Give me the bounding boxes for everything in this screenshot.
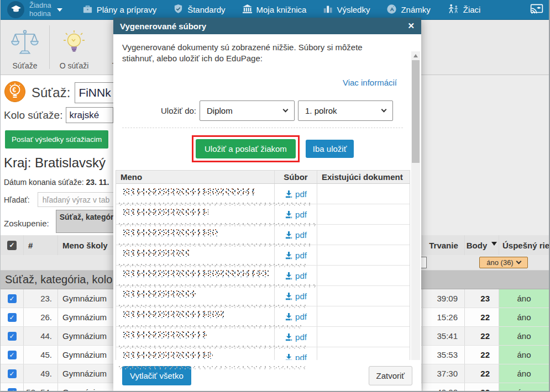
nav-label: Žiaci bbox=[463, 5, 481, 14]
uspesny-filter-value: áno (36) bbox=[486, 258, 513, 267]
modal-scrollbar bbox=[411, 51, 420, 376]
nav-item-kniznica[interactable]: Moja knižnica bbox=[242, 4, 307, 16]
nav-item-vysledky[interactable]: Výsledky bbox=[323, 4, 370, 15]
file-row: pdf bbox=[116, 245, 410, 266]
existing-doc-cell bbox=[317, 204, 410, 224]
download-icon bbox=[285, 190, 293, 198]
select-all-checkbox[interactable]: ✓ bbox=[7, 241, 17, 250]
existing-doc-cell bbox=[317, 225, 410, 245]
existing-doc-cell bbox=[317, 245, 410, 265]
success-cell: áno bbox=[499, 327, 549, 345]
row-checkbox[interactable]: ✓ bbox=[8, 351, 17, 359]
grouping-selector[interactable]: Súťaž, kategória bbox=[56, 210, 121, 233]
files-table-header: Meno Súbor Existujúci dokument bbox=[116, 171, 410, 184]
navbar-right bbox=[530, 3, 543, 17]
scrollbar-up-arrow[interactable] bbox=[411, 51, 420, 60]
file-row: pdf bbox=[116, 225, 410, 245]
competition-label: Súťaž: bbox=[32, 85, 70, 100]
pdf-download-link[interactable]: pdf bbox=[285, 189, 307, 199]
pdf-download-link[interactable]: pdf bbox=[285, 251, 307, 260]
search-input[interactable] bbox=[38, 192, 115, 207]
files-header-subor: Súbor bbox=[275, 171, 317, 183]
app-window: Žiadna hodina Plány a prípravy Štandardy bbox=[0, 0, 550, 392]
more-info-link[interactable]: Viac informácií bbox=[343, 78, 397, 87]
nav-label: Známky bbox=[401, 5, 430, 14]
cast-icon[interactable] bbox=[530, 3, 543, 17]
pdf-download-link[interactable]: pdf bbox=[285, 312, 307, 321]
nav-item-plany[interactable]: Plány a prípravy bbox=[82, 4, 156, 16]
nav-item-standardy[interactable]: Štandardy bbox=[173, 4, 225, 16]
success-cell: áno bbox=[499, 364, 549, 383]
pdf-label: pdf bbox=[295, 332, 307, 342]
toolbar-item-sutaze[interactable]: Súťaže bbox=[1, 20, 49, 75]
toolbar-item-osutazi[interactable]: O súťaži bbox=[50, 20, 98, 75]
toolbar-label: O súťaži bbox=[60, 61, 89, 70]
existing-doc-cell bbox=[317, 306, 410, 326]
file-row: pdf bbox=[116, 286, 410, 306]
pdf-download-link[interactable]: pdf bbox=[285, 292, 307, 301]
current-lesson-selector[interactable]: Žiadna hodina bbox=[29, 2, 51, 17]
nav-items: Plány a prípravy Štandardy Moja knižnica… bbox=[82, 4, 481, 16]
briefcase-icon bbox=[82, 4, 93, 16]
grouping-label: Zoskupenie: bbox=[4, 219, 49, 228]
close-icon[interactable]: ✕ bbox=[407, 21, 415, 31]
pdf-download-link[interactable]: pdf bbox=[285, 210, 307, 219]
pdf-label: pdf bbox=[295, 189, 307, 199]
points-cell: 22 bbox=[465, 383, 499, 392]
save-term-select[interactable]: 1. polrok bbox=[298, 100, 393, 121]
success-cell: áno bbox=[499, 346, 549, 364]
redacted-name bbox=[123, 311, 226, 318]
close-button[interactable]: Zatvoriť bbox=[369, 366, 412, 385]
pdf-label: pdf bbox=[295, 271, 307, 280]
edupage-logo[interactable] bbox=[7, 1, 24, 18]
nav-item-ziaci[interactable]: Žiaci bbox=[447, 4, 481, 16]
competition-row: € Súťaž: bbox=[4, 81, 125, 105]
lesson-line2: hodina bbox=[29, 10, 51, 18]
pdf-label: pdf bbox=[295, 292, 307, 301]
save-type-select[interactable]: Diplom bbox=[200, 100, 295, 121]
modal-footer: Vytlačiť všetko Zatvoriť bbox=[113, 360, 421, 391]
save-and-send-button[interactable]: Uložiť a poslať žiakom bbox=[196, 139, 296, 158]
scrollbar-thumb[interactable] bbox=[412, 60, 420, 163]
lesson-line1: Žiadna bbox=[29, 2, 51, 9]
sort-desc-icon bbox=[491, 242, 497, 246]
rank-cell: 26. bbox=[24, 308, 58, 326]
success-cell: áno bbox=[499, 308, 549, 326]
download-icon bbox=[285, 251, 293, 259]
file-row: pdf bbox=[116, 204, 410, 225]
row-checkbox[interactable]: ✓ bbox=[8, 388, 17, 392]
generated-files-modal: Vygenerované súbory ✕ Vygenerované dokum… bbox=[113, 18, 421, 391]
uspesny-filter-select[interactable]: áno (36) bbox=[479, 257, 528, 268]
download-icon bbox=[285, 210, 293, 219]
save-term-value: 1. polrok bbox=[305, 106, 337, 115]
modal-header: Vygenerované súbory ✕ bbox=[113, 18, 421, 34]
duration-cell: 39:09 bbox=[423, 289, 465, 308]
top-navbar: Žiadna hodina Plány a prípravy Štandardy bbox=[1, 0, 549, 20]
lesson-caret-icon[interactable] bbox=[57, 8, 62, 12]
library-icon bbox=[242, 4, 253, 16]
row-checkbox[interactable]: ✓ bbox=[8, 294, 17, 303]
row-checkbox[interactable]: ✓ bbox=[8, 369, 17, 378]
success-cell: áno bbox=[499, 289, 549, 308]
grades-icon: A' bbox=[386, 4, 397, 16]
pdf-download-link[interactable]: pdf bbox=[285, 230, 307, 240]
header-trvanie: Trvanie bbox=[423, 235, 465, 255]
pdf-download-link[interactable]: pdf bbox=[285, 271, 307, 280]
redacted-subtext bbox=[118, 345, 309, 349]
row-checkbox[interactable]: ✓ bbox=[8, 313, 17, 322]
send-results-button[interactable]: Poslať výsledky súťažiacim bbox=[5, 130, 108, 149]
pdf-download-link[interactable]: pdf bbox=[285, 332, 307, 342]
pdf-label: pdf bbox=[295, 251, 307, 260]
save-only-button[interactable]: Iba uložiť bbox=[306, 140, 354, 158]
header-body-sortable[interactable]: Body bbox=[465, 235, 499, 255]
chevron-down-icon bbox=[516, 259, 521, 264]
existing-doc-cell bbox=[317, 266, 410, 285]
modal-body: Vygenerované dokumenty sú zobrazené nižš… bbox=[113, 34, 421, 360]
header-checkbox-cell: ✓ bbox=[1, 235, 24, 255]
download-icon bbox=[285, 292, 293, 300]
round-input[interactable] bbox=[66, 107, 113, 123]
highlight-box: Uložiť a poslať žiakom bbox=[192, 135, 300, 162]
redacted-name bbox=[123, 188, 254, 195]
row-checkbox[interactable]: ✓ bbox=[8, 332, 17, 341]
nav-item-znamky[interactable]: A' Známky bbox=[386, 4, 430, 16]
